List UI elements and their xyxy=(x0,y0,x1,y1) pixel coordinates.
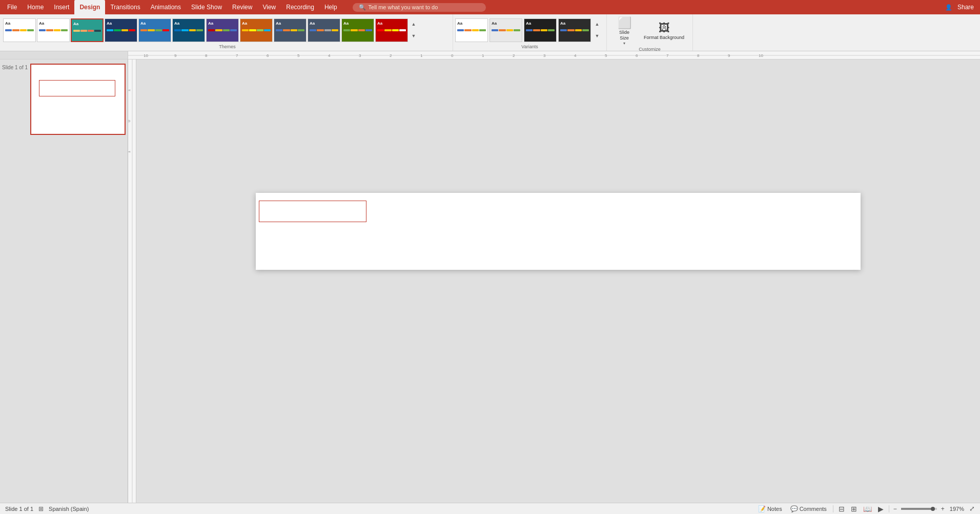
tab-recording[interactable]: Recording xyxy=(281,0,319,14)
svg-text:3: 3 xyxy=(359,53,361,58)
language-label: Spanish (Spain) xyxy=(49,506,89,512)
tab-home[interactable]: Home xyxy=(22,0,49,14)
svg-text:4: 4 xyxy=(574,53,577,58)
format-background-label: Format Background xyxy=(644,35,684,41)
zoom-percent[interactable]: 197% xyxy=(949,506,965,512)
slide-size-button[interactable]: ⬜ SlideSize ▾ xyxy=(612,16,637,47)
zoom-slider[interactable] xyxy=(901,508,937,510)
themes-scroll-up[interactable]: ▲ xyxy=(410,19,417,29)
slide-sorter-button[interactable]: ⊞ xyxy=(850,505,858,513)
theme-frame[interactable]: Aa xyxy=(206,18,239,42)
theme-droplet[interactable]: Aa xyxy=(172,18,205,42)
zoom-in-button[interactable]: + xyxy=(941,505,945,512)
themes-label: Themes xyxy=(2,44,453,51)
theme-office[interactable]: Aa xyxy=(3,18,36,42)
variant-2[interactable]: Aa xyxy=(489,18,522,42)
slide-thumbnail[interactable] xyxy=(30,64,126,135)
svg-text:6: 6 xyxy=(267,53,269,58)
svg-text:6: 6 xyxy=(636,53,638,58)
svg-text:7: 7 xyxy=(236,53,238,58)
theme-metropolitan[interactable]: Aa xyxy=(308,18,340,42)
svg-text:1: 1 xyxy=(482,53,484,58)
tab-transitions[interactable]: Transitions xyxy=(105,0,145,14)
variant-4[interactable]: Aa xyxy=(558,18,591,42)
svg-text:8: 8 xyxy=(205,53,208,58)
variants-scroll-down[interactable]: ▼ xyxy=(594,31,601,41)
variants-scroll-up[interactable]: ▲ xyxy=(594,19,601,29)
theme-feathered[interactable]: Aa xyxy=(71,18,104,42)
theme-badge[interactable]: Aa xyxy=(138,18,171,42)
ruler-vertical: 1 0 1 xyxy=(128,60,136,503)
svg-text:8: 8 xyxy=(697,53,700,58)
reading-view-button[interactable]: 📖 xyxy=(862,505,873,513)
slide-panel: Slide 1 of 1 xyxy=(0,60,128,503)
format-background-button[interactable]: 🖼 Format Background xyxy=(641,22,687,42)
slide-viewport[interactable] xyxy=(136,60,980,503)
tab-view[interactable]: View xyxy=(257,0,281,14)
tab-file[interactable]: File xyxy=(2,0,22,14)
svg-text:3: 3 xyxy=(543,53,546,58)
notes-icon: 📝 xyxy=(758,505,766,512)
theme-organic[interactable]: Aa xyxy=(341,18,374,42)
slide-count: Slide 1 of 1 xyxy=(5,506,33,512)
svg-text:5: 5 xyxy=(605,53,607,58)
tab-insert[interactable]: Insert xyxy=(49,0,74,14)
svg-text:0: 0 xyxy=(451,53,454,58)
svg-text:1: 1 xyxy=(420,53,423,58)
tab-review[interactable]: Review xyxy=(227,0,257,14)
svg-text:4: 4 xyxy=(328,53,331,58)
slideshow-button[interactable]: ▶ xyxy=(877,505,885,513)
variant-1[interactable]: Aa xyxy=(455,18,488,42)
theme-circuit[interactable]: Aa xyxy=(105,18,137,42)
normal-view-button[interactable]: ⊟ xyxy=(838,505,846,513)
share-button[interactable]: Share xyxy=(957,4,974,11)
zoom-out-button[interactable]: − xyxy=(893,505,897,512)
theme-ion[interactable]: Aa xyxy=(240,18,273,42)
variant-3[interactable]: Aa xyxy=(524,18,557,42)
theme-mesh[interactable]: Aa xyxy=(274,18,307,42)
tab-animations[interactable]: Animations xyxy=(146,0,186,14)
svg-text:1: 1 xyxy=(128,89,131,91)
search-icon: 🔍 xyxy=(359,4,366,11)
svg-text:1: 1 xyxy=(128,150,131,153)
svg-text:10: 10 xyxy=(144,53,148,58)
svg-text:5: 5 xyxy=(297,53,300,58)
slide-text-box[interactable] xyxy=(259,201,366,222)
fit-to-window-button[interactable]: ⤢ xyxy=(969,505,975,512)
comments-button[interactable]: 💬 Comments xyxy=(788,505,829,512)
svg-text:9: 9 xyxy=(728,53,730,58)
status-bar: Slide 1 of 1 ⊞ Spanish (Spain) 📝 Notes 💬… xyxy=(0,503,980,514)
notes-button[interactable]: 📝 Notes xyxy=(756,505,784,512)
svg-text:2: 2 xyxy=(390,53,392,58)
theme-parallax[interactable]: Aa xyxy=(375,18,408,42)
slide-number: Slide 1 of 1 xyxy=(2,64,28,70)
variants-label: Variants xyxy=(453,44,606,51)
tab-design[interactable]: Design xyxy=(74,0,105,14)
slide-canvas[interactable] xyxy=(256,193,861,270)
svg-text:7: 7 xyxy=(666,53,669,58)
search-input[interactable]: Tell me what you want to do xyxy=(369,4,438,10)
tab-help[interactable]: Help xyxy=(319,0,342,14)
comments-icon: 💬 xyxy=(790,505,798,512)
fit-slide-icon[interactable]: ⊞ xyxy=(38,505,44,512)
svg-text:0: 0 xyxy=(128,120,131,122)
svg-text:10: 10 xyxy=(759,53,763,58)
tab-slideshow[interactable]: Slide Show xyxy=(186,0,227,14)
svg-text:2: 2 xyxy=(513,53,515,58)
themes-scroll-down[interactable]: ▼ xyxy=(410,31,417,41)
format-background-icon: 🖼 xyxy=(659,23,670,34)
theme-office2[interactable]: Aa xyxy=(37,18,70,42)
share-icon: 👤 xyxy=(945,4,952,11)
svg-text:9: 9 xyxy=(174,53,177,58)
canvas-area: 1 0 1 xyxy=(128,60,980,503)
slide-thumb-wrapper: Slide 1 of 1 xyxy=(2,64,126,135)
slide-size-icon: ⬜ xyxy=(618,17,631,29)
